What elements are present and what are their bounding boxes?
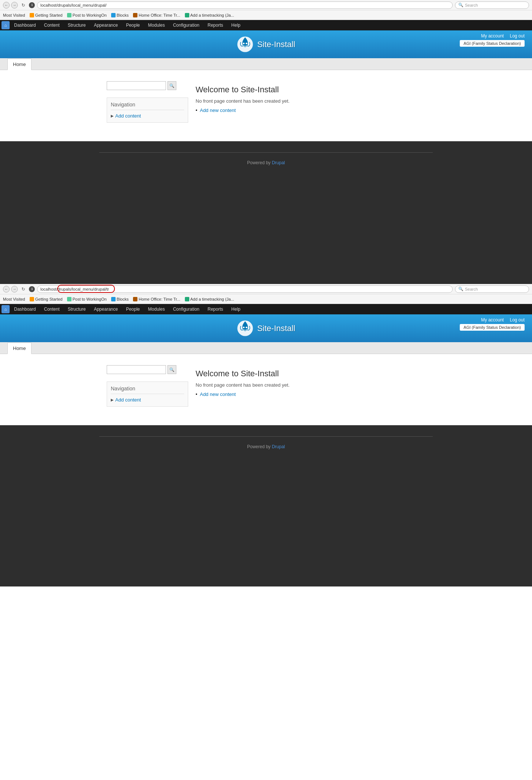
add-new-content-link-2[interactable]: Add new content bbox=[200, 391, 236, 397]
forward-button-1[interactable]: → bbox=[11, 2, 18, 9]
toolbar-help-2[interactable]: Help bbox=[227, 304, 244, 314]
site-header-1: Site-Install My account Log out AGI (Fam… bbox=[0, 30, 532, 58]
toolbar-content-1[interactable]: Content bbox=[40, 20, 63, 30]
svg-point-5 bbox=[246, 327, 247, 328]
bookmark-favicon-6 bbox=[30, 297, 34, 301]
nav-tab-home-1[interactable]: Home bbox=[7, 59, 31, 70]
toolbar-dashboard-1[interactable]: Dashboard bbox=[10, 20, 40, 30]
bookmark-label: Add a timetracking (Ja... bbox=[190, 297, 235, 301]
header-user-links-2: My account Log out AGI (Family Status De… bbox=[460, 317, 525, 331]
site-header-2: Site-Install My account Log out AGI (Fam… bbox=[0, 314, 532, 342]
toolbar-reports-1[interactable]: Reports bbox=[204, 20, 227, 30]
my-account-link-1[interactable]: My account bbox=[481, 33, 504, 39]
browser-window-2: ← → ↻ ℹ 🔍 Search Most Visited Getting St… bbox=[0, 284, 532, 586]
bookmarks-bar-2: Most Visited Getting Started Post to Wor… bbox=[0, 294, 532, 304]
bookmark-favicon-4 bbox=[133, 13, 137, 17]
add-content-link-sidebar-2[interactable]: ▶ Add content bbox=[111, 397, 184, 403]
forward-button-2[interactable]: → bbox=[11, 286, 18, 292]
bookmark-blocks-2[interactable]: Blocks bbox=[111, 297, 129, 301]
bookmark-label: Getting Started bbox=[35, 297, 63, 301]
site-footer-2: Powered by Drupal bbox=[0, 425, 532, 460]
bookmark-favicon-1 bbox=[30, 13, 34, 17]
page-content-1: 🔍 Navigation ▶ Add content Welcome to Si… bbox=[99, 74, 433, 130]
search-input-1[interactable] bbox=[107, 81, 166, 90]
url-input-2[interactable] bbox=[37, 285, 453, 293]
toolbar-appearance-1[interactable]: Appearance bbox=[90, 20, 122, 30]
toolbar-modules-2[interactable]: Modules bbox=[144, 304, 169, 314]
bookmark-post-workingon-1[interactable]: Post to WorkingOn bbox=[67, 13, 107, 17]
log-out-link-2[interactable]: Log out bbox=[510, 317, 525, 323]
drupal-home-icon-1[interactable]: ⌂ bbox=[1, 21, 10, 29]
search-input-2[interactable] bbox=[107, 365, 166, 374]
bookmark-label: Blocks bbox=[117, 13, 129, 17]
agi-badge-1[interactable]: AGI (Family Status Declaration) bbox=[460, 40, 525, 47]
add-content-link-sidebar-1[interactable]: ▶ Add content bbox=[111, 113, 184, 119]
toolbar-appearance-2[interactable]: Appearance bbox=[90, 304, 122, 314]
log-out-link-1[interactable]: Log out bbox=[510, 33, 525, 39]
bookmark-blocks-1[interactable]: Blocks bbox=[111, 13, 129, 17]
search-block-2: 🔍 bbox=[107, 365, 188, 374]
drupal-admin-toolbar-2: ⌂ Dashboard Content Structure Appearance… bbox=[0, 304, 532, 314]
bookmark-favicon-2 bbox=[67, 13, 72, 17]
refresh-button-2[interactable]: ↻ bbox=[20, 287, 27, 292]
page-content-2: 🔍 Navigation ▶ Add content Welcome to Si… bbox=[99, 358, 433, 414]
bookmark-label: Getting Started bbox=[35, 13, 63, 17]
my-account-link-2[interactable]: My account bbox=[481, 317, 504, 323]
powered-by-2: Powered by Drupal bbox=[247, 444, 285, 449]
bookmark-favicon-10 bbox=[185, 297, 189, 301]
drupal-link-1[interactable]: Drupal bbox=[272, 160, 285, 165]
bullet-2: • bbox=[196, 391, 197, 397]
toolbar-people-2[interactable]: People bbox=[122, 304, 143, 314]
bookmark-home-office-2[interactable]: Home Office: Time Tr... bbox=[133, 297, 180, 301]
bookmark-most-visited-1[interactable]: Most Visited bbox=[3, 13, 25, 17]
toolbar-configuration-2[interactable]: Configuration bbox=[169, 304, 203, 314]
bookmark-most-visited-2[interactable]: Most Visited bbox=[3, 297, 25, 301]
search-icon-chrome-2: 🔍 bbox=[458, 287, 463, 291]
header-user-links-1: My account Log out AGI (Family Status De… bbox=[460, 33, 525, 47]
toolbar-reports-2[interactable]: Reports bbox=[204, 304, 227, 314]
toolbar-help-1[interactable]: Help bbox=[227, 20, 244, 30]
bookmark-post-workingon-2[interactable]: Post to WorkingOn bbox=[67, 297, 107, 301]
toolbar-structure-2[interactable]: Structure bbox=[64, 304, 90, 314]
bookmark-label: Most Visited bbox=[3, 297, 25, 301]
agi-badge-2[interactable]: AGI (Family Status Declaration) bbox=[460, 324, 525, 331]
bookmark-label: Home Office: Time Tr... bbox=[139, 297, 180, 301]
bookmark-favicon-9 bbox=[133, 297, 137, 301]
toolbar-modules-1[interactable]: Modules bbox=[144, 20, 169, 30]
refresh-button-1[interactable]: ↻ bbox=[20, 3, 27, 8]
search-bar-chrome-2[interactable]: 🔍 Search bbox=[455, 285, 529, 293]
url-input-1[interactable] bbox=[37, 1, 453, 9]
bullet-1: • bbox=[196, 108, 197, 113]
sidebar-1: 🔍 Navigation ▶ Add content bbox=[107, 81, 188, 123]
search-button-2[interactable]: 🔍 bbox=[167, 365, 176, 374]
back-button-1[interactable]: ← bbox=[3, 2, 10, 9]
add-new-content-link-1[interactable]: Add new content bbox=[200, 108, 236, 113]
navigation-block-title-2: Navigation bbox=[111, 386, 184, 394]
bookmark-label: Home Office: Time Tr... bbox=[139, 13, 180, 17]
security-icon-2: ℹ bbox=[29, 286, 35, 292]
toolbar-content-2[interactable]: Content bbox=[40, 304, 63, 314]
search-bar-chrome-1[interactable]: 🔍 Search bbox=[455, 1, 529, 9]
drupal-home-icon-2[interactable]: ⌂ bbox=[1, 305, 10, 313]
drupal-link-2[interactable]: Drupal bbox=[272, 444, 285, 449]
bookmark-timetracking-2[interactable]: Add a timetracking (Ja... bbox=[185, 297, 235, 301]
main-content-1: Welcome to Site-Install No front page co… bbox=[196, 81, 425, 123]
search-button-1[interactable]: 🔍 bbox=[167, 81, 176, 90]
nav-tab-home-2[interactable]: Home bbox=[7, 343, 31, 354]
toolbar-people-1[interactable]: People bbox=[122, 20, 143, 30]
toolbar-configuration-1[interactable]: Configuration bbox=[169, 20, 203, 30]
address-bar-2: ← → ↻ ℹ 🔍 Search bbox=[0, 284, 532, 294]
back-button-2[interactable]: ← bbox=[3, 286, 10, 292]
address-bar-1: ← → ↻ ℹ 🔍 Search bbox=[0, 0, 532, 10]
navigation-block-1: Navigation ▶ Add content bbox=[107, 98, 188, 123]
bookmark-home-office-1[interactable]: Home Office: Time Tr... bbox=[133, 13, 180, 17]
toolbar-structure-1[interactable]: Structure bbox=[64, 20, 90, 30]
welcome-title-1: Welcome to Site-Install bbox=[196, 85, 425, 95]
toolbar-dashboard-2[interactable]: Dashboard bbox=[10, 304, 40, 314]
bookmark-getting-started-1[interactable]: Getting Started bbox=[30, 13, 63, 17]
arrow-icon-2: ▶ bbox=[111, 398, 114, 402]
bookmark-getting-started-2[interactable]: Getting Started bbox=[30, 297, 63, 301]
bookmark-timetracking-1[interactable]: Add a timetracking (Ja... bbox=[185, 13, 235, 17]
bookmark-label: Most Visited bbox=[3, 13, 25, 17]
footer-divider-1 bbox=[99, 152, 433, 153]
